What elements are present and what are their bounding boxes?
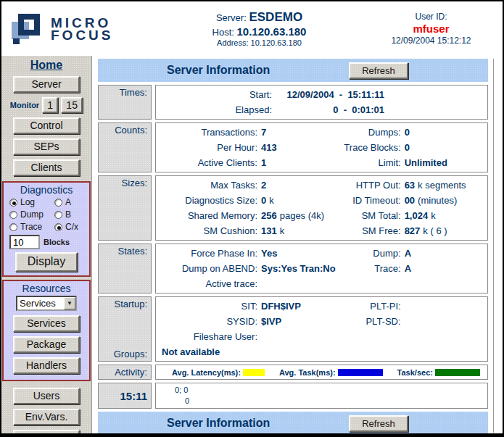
task-sec-color-swatch [435,369,480,376]
dump-on-abend-value: Sys:Yes Tran:No [261,263,336,274]
main-panel: Server Information Refresh Times: Start:… [92,56,503,434]
startup-label: Startup: [102,299,147,309]
users-button[interactable]: Users [13,388,80,404]
package-button[interactable]: Package [13,336,80,353]
sm-cushion-value: 131 [261,225,277,236]
counts-section: Counts: Transactions:7 Per Hour:413 Acti… [98,122,488,172]
resources-dropdown-value: Services [17,298,64,309]
server-label: Server: [216,12,247,23]
server-identity: Server: ESDEMO Host: 10.120.63.180 Addre… [150,10,368,47]
sizes-section: Sizes: Max Tasks:2 Diagnostics Size:0k S… [98,175,488,241]
states-section: States: Force Phase In:Yes Dump on ABEND… [98,244,488,294]
clients-button[interactable]: Clients [13,159,80,176]
user-id-label: User ID: [368,12,494,22]
per-hour-value: 413 [261,142,277,153]
timeline-time: 15:11 [98,383,152,409]
latency-color-swatch [243,369,265,376]
groups-value: Not available [156,344,487,359]
blocks-row: Blocks [4,235,89,249]
counts-label: Counts: [98,122,152,172]
start-time-value: 12/09/2004 - 15:11:11 [276,87,384,102]
top-title-bar: Server Information Refresh [98,59,488,82]
active-clients-value: 1 [261,157,266,168]
diagnostics-size-value: 0 [261,195,266,206]
activity-section: Activity: Avg. Latency(ms): Avg. Task(ms… [98,365,488,380]
timeline-values-1: 0; 0 [156,385,487,396]
dump-state-value: A [405,248,411,259]
bottom-title-bar: Server Information Refresh [98,412,488,434]
timestamp: 12/09/2004 15:12:12 [368,36,494,46]
monitor-1-button[interactable]: 1 [42,97,58,113]
sm-free-value: 827 [405,225,421,236]
refresh-button-bottom[interactable]: Refresh [349,415,408,432]
cx-radio[interactable] [54,223,62,231]
sizes-label: Sizes: [98,175,152,241]
dump-radio[interactable] [9,211,17,219]
diagnostics-radio-group: Log A Dump B Trace C/x [4,197,89,232]
force-phase-in-value: Yes [261,248,277,259]
host-value: 10.120.63.180 [237,25,307,38]
user-id-value: mfuser [368,22,494,35]
logo-text: MICRO FOCUS [51,17,114,41]
seps-button[interactable]: SEPs [13,138,80,155]
timeline-values-2: 0 [156,396,487,407]
monitor-label: Monitor [10,101,39,109]
micro-focus-logo: MICRO FOCUS [1,12,150,46]
diagnostics-panel: Diagnostics Log A Dump B Trace C/x Block… [2,181,91,277]
blocks-input[interactable] [9,235,40,249]
right-border-line [493,59,494,433]
diagnostics-title: Diagnostics [4,184,89,196]
user-buttons: Users Env.Vars. Chg.User [1,386,91,434]
a-radio[interactable] [54,199,62,207]
task-ms-color-swatch [338,369,383,376]
activity-label: Activity: [98,365,152,380]
max-tasks-value: 2 [261,180,266,191]
shared-memory-value: 256 [261,210,277,221]
server-button[interactable]: Server [13,76,80,93]
sidebar: Home Server Monitor 1 15 Control SEPs Cl… [1,56,92,434]
times-label: Times: [98,85,152,120]
home-link[interactable]: Home [1,59,91,72]
refresh-button-top[interactable]: Refresh [349,62,408,79]
user-info: User ID: mfuser 12/09/2004 15:12:12 [368,12,503,46]
trace-radio[interactable] [9,223,17,231]
id-timeout-value: 00 [405,195,415,206]
chg-user-button[interactable]: Chg.User [13,430,80,434]
display-button[interactable]: Display [15,252,78,272]
server-name: ESDEMO [249,10,302,24]
log-radio[interactable] [9,199,17,207]
control-button[interactable]: Control [13,117,80,134]
groups-label: Groups: [102,349,147,359]
page: MICRO FOCUS Server: ESDEMO Host: 10.120.… [0,0,504,437]
address-label: Address: [217,38,248,47]
page-title-bottom: Server Information [167,417,270,430]
chevron-down-icon[interactable]: ▼ [64,297,75,309]
resources-dropdown[interactable]: Services ▼ [16,296,77,311]
transactions-value: 7 [261,127,266,138]
monitor-15-button[interactable]: 15 [61,97,83,113]
dumps-value: 0 [405,127,410,138]
page-title: Server Information [167,64,270,77]
header: MICRO FOCUS Server: ESDEMO Host: 10.120.… [1,1,503,56]
micro-focus-logo-icon [12,12,45,46]
http-out-value: 63 [405,180,415,191]
times-section: Times: Start:12/09/2004 - 15:11:11 Elaps… [98,85,488,120]
limit-value: Unlimited [405,157,447,168]
sysid-value: $IVP [261,316,281,327]
blocks-label: Blocks [44,238,70,246]
services-button[interactable]: Services [13,315,80,332]
monitor-row: Monitor 1 15 [1,97,91,113]
sit-value: DFH$IVP [261,301,301,312]
startup-section: Startup: Groups: SIT:DFH$IVP SYSID:$IVP … [98,296,488,362]
timeline-row: 15:11 0; 0 0 [98,383,488,409]
trace-blocks-value: 0 [405,142,410,153]
env-vars-button[interactable]: Env.Vars. [13,409,80,425]
elapsed-time-value: 0 - 0:01:01 [276,102,384,117]
address-value: 10.120.63.180 [251,38,302,47]
trace-state-value: A [405,263,411,274]
handlers-button[interactable]: Handlers [13,357,80,374]
b-radio[interactable] [54,211,62,219]
states-label: States: [98,244,152,294]
resources-panel: Resources Services ▼ Services Package Ha… [2,280,91,381]
sm-total-value: 1,024 [405,210,429,221]
